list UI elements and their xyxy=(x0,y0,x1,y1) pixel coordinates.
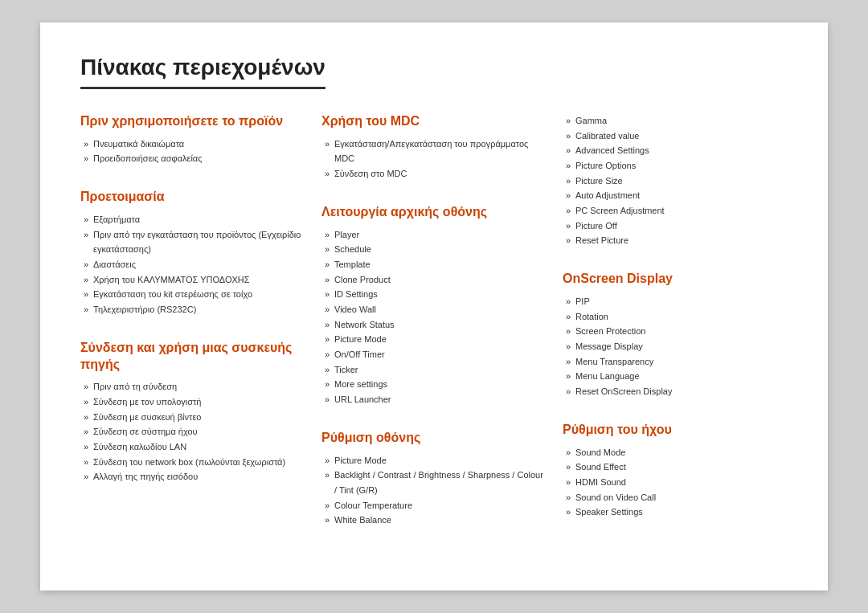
section-1-2: Ρύθμιση οθόνηςPicture ModeBacklight / Co… xyxy=(321,430,547,528)
section-items-list: Πνευματικά δικαιώματαΠροειδοποιήσεις ασφ… xyxy=(80,137,305,166)
section-title: Σύνδεση και χρήση μιας συσκευής πηγής xyxy=(80,340,305,374)
list-item: Menu Transparency xyxy=(566,354,788,370)
list-item: URL Launcher xyxy=(325,392,547,407)
section-items-list: Sound ModeSound EffectHDMI SoundSound on… xyxy=(563,445,788,520)
list-item: Πριν από την εγκατάσταση του προϊόντος (… xyxy=(84,227,305,257)
list-item: Network Status xyxy=(325,317,547,333)
list-item: Σύνδεση του network box (πωλούνται ξεχωρ… xyxy=(84,455,305,470)
list-item: Video Wall xyxy=(325,302,547,317)
list-item: PC Screen Adjustment xyxy=(566,203,788,219)
list-item: Σύνδεση σε σύστημα ήχου xyxy=(84,424,305,439)
section-title: Ρύθμιση οθόνης xyxy=(321,430,547,447)
list-item: Gamma xyxy=(566,113,788,129)
section-title: Πριν χρησιμοποιήσετε το προϊόν xyxy=(80,113,305,130)
section-items-list: PlayerScheduleTemplateClone ProductID Se… xyxy=(321,227,547,407)
list-item: Picture Off xyxy=(566,219,788,234)
content-grid: Πριν χρησιμοποιήσετε το προϊόνΠνευματικά… xyxy=(80,113,788,550)
title-bar: Πίνακας περιεχομένων xyxy=(80,55,326,89)
list-item: Sound on Video Call xyxy=(566,490,788,505)
list-item: Backlight / Contrast / Brightness / Shar… xyxy=(325,468,547,497)
section-items-list: GammaCalibrated valueAdvanced SettingsPi… xyxy=(563,113,788,248)
section-items-list: ΕξαρτήματαΠριν από την εγκατάσταση του π… xyxy=(80,212,305,317)
list-item: Διαστάσεις xyxy=(84,257,305,272)
list-item: Πνευματικά δικαιώματα xyxy=(84,137,305,152)
list-item: PIP xyxy=(566,294,788,309)
list-item: Picture Options xyxy=(566,158,788,174)
list-item: Reset OnScreen Display xyxy=(566,384,788,399)
section-2-0: GammaCalibrated valueAdvanced SettingsPi… xyxy=(563,113,788,248)
section-items-list: Πριν από τη σύνδεσηΣύνδεση με τον υπολογ… xyxy=(80,379,305,484)
list-item: Χρήση του ΚΑΛΥΜΜΑΤΟΣ ΥΠΟΔΟΧΗΣ xyxy=(84,272,305,288)
list-item: On/Off Timer xyxy=(325,347,547,362)
list-item: Calibrated value xyxy=(566,129,788,144)
section-title: OnScreen Display xyxy=(563,271,788,288)
section-title: Προετοιμασία xyxy=(80,189,305,206)
list-item: Εγκατάσταση του kit στερέωσης σε τοίχο xyxy=(84,287,305,302)
list-item: Picture Mode xyxy=(325,453,547,468)
list-item: Picture Mode xyxy=(325,332,547,347)
list-item: Σύνδεση με συσκευή βίντεο xyxy=(84,410,305,425)
list-item: Colour Temperature xyxy=(325,498,547,513)
list-item: Εγκατάσταση/Απεγκατάσταση του προγράμματ… xyxy=(325,137,547,166)
list-item: Ticker xyxy=(325,362,547,378)
list-item: Advanced Settings xyxy=(566,143,788,158)
list-item: Menu Language xyxy=(566,369,788,384)
list-item: ID Settings xyxy=(325,287,547,302)
list-item: Sound Effect xyxy=(566,460,788,475)
section-0-2: Σύνδεση και χρήση μιας συσκευής πηγήςΠρι… xyxy=(80,340,305,484)
section-items-list: PIPRotationScreen ProtectionMessage Disp… xyxy=(563,294,788,399)
list-item: Player xyxy=(325,227,547,243)
list-item: HDMI Sound xyxy=(566,475,788,490)
section-title: Ρύθμιση του ήχου xyxy=(563,422,788,439)
page-container: Πίνακας περιεχομένων Πριν χρησιμοποιήσετ… xyxy=(40,22,828,591)
list-item: White Balance xyxy=(325,513,547,528)
section-1-1: Λειτουργία αρχικής οθόνηςPlayerScheduleT… xyxy=(321,204,547,407)
list-item: Auto Adjustment xyxy=(566,188,788,203)
list-item: Σύνδεση στο MDC xyxy=(325,166,547,182)
list-item: More settings xyxy=(325,377,547,392)
list-item: Template xyxy=(325,257,547,272)
list-item: Message Display xyxy=(566,339,788,354)
section-0-0: Πριν χρησιμοποιήσετε το προϊόνΠνευματικά… xyxy=(80,113,305,166)
section-0-1: ΠροετοιμασίαΕξαρτήματαΠριν από την εγκατ… xyxy=(80,189,305,317)
column-0: Πριν χρησιμοποιήσετε το προϊόνΠνευματικά… xyxy=(80,113,305,550)
list-item: Πριν από τη σύνδεση xyxy=(84,379,305,394)
list-item: Προειδοποιήσεις ασφαλείας xyxy=(84,151,305,166)
list-item: Εξαρτήματα xyxy=(84,212,305,227)
section-1-0: Χρήση του MDCΕγκατάσταση/Απεγκατάσταση τ… xyxy=(321,113,547,182)
list-item: Screen Protection xyxy=(566,324,788,339)
list-item: Picture Size xyxy=(566,174,788,189)
page-title: Πίνακας περιεχομένων xyxy=(80,55,326,80)
list-item: Αλλαγή της πηγής εισόδου xyxy=(84,469,305,484)
list-item: Τηλεχειριστήριο (RS232C) xyxy=(84,302,305,317)
section-2-2: Ρύθμιση του ήχουSound ModeSound EffectHD… xyxy=(563,422,788,520)
list-item: Clone Product xyxy=(325,272,547,288)
list-item: Σύνδεση καλωδίου LAN xyxy=(84,439,305,455)
list-item: Reset Picture xyxy=(566,233,788,248)
list-item: Rotation xyxy=(566,309,788,325)
list-item: Speaker Settings xyxy=(566,505,788,520)
section-items-list: Picture ModeBacklight / Contrast / Brigh… xyxy=(321,453,547,528)
column-1: Χρήση του MDCΕγκατάσταση/Απεγκατάσταση τ… xyxy=(321,113,547,550)
section-title: Χρήση του MDC xyxy=(321,113,547,130)
list-item: Sound Mode xyxy=(566,445,788,460)
section-items-list: Εγκατάσταση/Απεγκατάσταση του προγράμματ… xyxy=(321,137,547,182)
column-2: GammaCalibrated valueAdvanced SettingsPi… xyxy=(563,113,788,550)
list-item: Schedule xyxy=(325,242,547,257)
section-title: Λειτουργία αρχικής οθόνης xyxy=(321,204,547,221)
list-item: Σύνδεση με τον υπολογιστή xyxy=(84,394,305,410)
section-2-1: OnScreen DisplayPIPRotationScreen Protec… xyxy=(563,271,788,399)
